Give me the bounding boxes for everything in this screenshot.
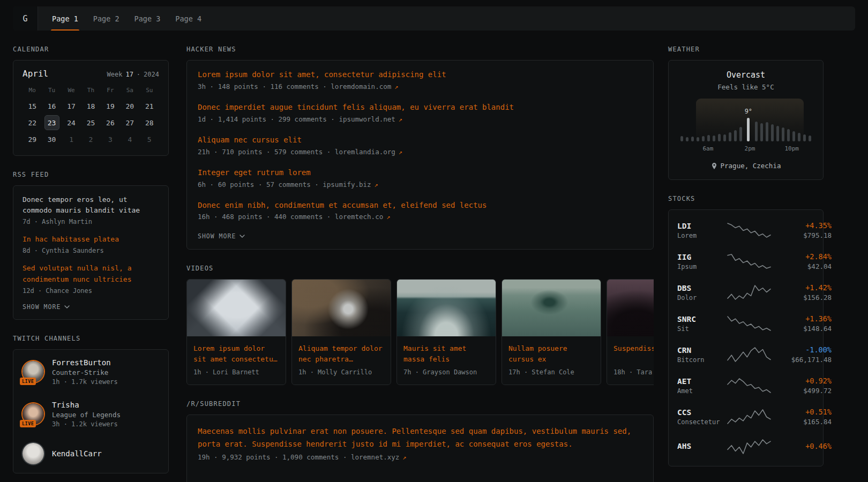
stock-row[interactable]: SNRC Sit +1.36% $148.64 xyxy=(677,308,814,339)
hn-item-title[interactable]: Lorem ipsum dolor sit amet, consectetur … xyxy=(198,70,642,80)
hn-item-meta: 16h · 468 points · 440 comments · loremt… xyxy=(198,213,642,221)
weather-feels-like: Feels like 5°C xyxy=(678,83,813,91)
page-tab[interactable]: Page 3 xyxy=(133,6,162,31)
video-card[interactable]: Suspendisse diam 18h · Tara xyxy=(607,279,654,385)
calendar-day: 20 xyxy=(122,99,137,114)
calendar-week-label: Week xyxy=(107,71,123,78)
stock-row[interactable]: AET Amet +0.92% $499.72 xyxy=(677,370,814,401)
temperature-bar xyxy=(809,135,811,141)
weather-hour-cell xyxy=(766,104,768,141)
twitch-channel-row[interactable]: KendallCarr xyxy=(23,435,159,472)
time-axis-label: 6am xyxy=(703,145,714,152)
external-link-icon[interactable]: ↗ xyxy=(375,181,378,189)
rss-section: RSS FEED Donec tempor eros leo, ut commo… xyxy=(13,171,169,320)
stock-values: +4.35% $795.18 xyxy=(772,221,832,239)
calendar-day: 19 xyxy=(103,99,118,114)
stock-change: +4.35% xyxy=(772,221,832,230)
video-title[interactable]: Nullam posuere cursus ex xyxy=(508,343,594,364)
page-tab[interactable]: Page 1 xyxy=(51,6,79,31)
external-link-icon[interactable]: ↗ xyxy=(402,454,406,461)
video-card[interactable]: Lorem ipsum dolor sit amet consectetu… 1… xyxy=(186,279,286,385)
external-link-icon[interactable]: ↗ xyxy=(399,116,402,123)
stock-change: +1.36% xyxy=(772,314,832,323)
stock-row[interactable]: CCS Consectetur +0.51% $165.84 xyxy=(677,401,814,432)
twitch-channel-row[interactable]: LIVE ForrestBurton Counter-Strike 1h · 1… xyxy=(23,351,159,393)
day-of-week-header: Sa xyxy=(126,87,133,94)
stock-sparkline xyxy=(727,284,772,300)
calendar-day: 22 xyxy=(25,115,40,130)
hn-item-title[interactable]: Aliquam nec cursus elit xyxy=(198,135,642,145)
app-logo[interactable]: G xyxy=(13,6,38,31)
rss-show-more-button[interactable]: SHOW MORE xyxy=(23,303,70,311)
stock-id: AHS xyxy=(677,442,727,452)
stock-name: Lorem xyxy=(677,232,727,239)
video-meta: 7h · Grayson Dawson xyxy=(403,368,489,376)
stocks-section: STOCKS LDI Lorem +4.35% $795.18 xyxy=(668,195,824,466)
rss-item-title[interactable]: In hac habitasse platea xyxy=(23,234,159,245)
hn-item-title[interactable]: Donec enim nibh, condimentum et accumsan… xyxy=(198,200,642,210)
calendar-day-headers: MoTuWeThFrSaSu xyxy=(23,87,159,94)
stock-row[interactable]: CRN Bitcorn -1.00% $66,171.48 xyxy=(677,339,814,370)
hn-item-title[interactable]: Donec imperdiet augue tincidunt felis al… xyxy=(198,102,642,112)
weather-hour-cell xyxy=(734,104,737,141)
video-title[interactable]: Lorem ipsum dolor sit amet consectetu… xyxy=(193,343,279,364)
video-card[interactable]: Mauris sit amet massa felis 7h · Grayson… xyxy=(396,279,496,385)
video-card-body: Nullam posuere cursus ex 17h · Stefan Co… xyxy=(502,336,601,385)
external-link-icon[interactable]: ↗ xyxy=(386,213,390,221)
video-card[interactable]: Nullam posuere cursus ex 17h · Stefan Co… xyxy=(502,279,601,385)
calendar-widget: April Week 17 · 2024 MoTuWeThFrSaSu 1516… xyxy=(13,60,169,156)
stock-row[interactable]: AHS +0.46% xyxy=(677,432,814,461)
weather-hour-cell xyxy=(760,104,763,141)
rss-item-title[interactable]: Donec tempor eros leo, ut commodo mauris… xyxy=(23,194,159,216)
hackernews-show-more-button[interactable]: SHOW MORE xyxy=(198,232,245,240)
stock-row[interactable]: IIG Ipsum +2.84% $42.04 xyxy=(677,246,814,277)
video-thumbnail xyxy=(292,280,391,336)
channel-info: ForrestBurton Counter-Strike 1h · 1.7k v… xyxy=(52,358,118,386)
calendar-day: 15 xyxy=(25,99,40,114)
stock-row[interactable]: LDI Lorem +4.35% $795.18 xyxy=(677,215,814,246)
rss-item-title[interactable]: Sed volutpat nulla nisl, a condimentum n… xyxy=(23,263,159,284)
hn-item-meta-text: 21h · 710 points · 579 comments · loreml… xyxy=(198,148,395,156)
reddit-post: Maecenas mollis pulvinar erat non posuer… xyxy=(198,425,642,461)
hn-item-meta: 6h · 60 points · 57 comments · ipsumify.… xyxy=(198,180,642,189)
video-thumbnail xyxy=(607,280,654,336)
calendar-day: 5 xyxy=(142,132,157,147)
videos-section: VIDEOS Lorem ipsum dolor sit amet consec… xyxy=(186,265,654,385)
stock-price: $66,171.48 xyxy=(772,356,832,364)
video-meta: 18h · Tara xyxy=(613,368,654,376)
stock-id: IIG Ipsum xyxy=(677,253,727,270)
stock-price: $156.28 xyxy=(772,293,832,302)
video-thumbnail xyxy=(397,280,496,336)
stock-sparkline xyxy=(727,378,772,394)
weather-hour-cell xyxy=(718,104,721,141)
video-title[interactable]: Mauris sit amet massa felis xyxy=(403,343,489,364)
reddit-post-meta-text: 19h · 9,932 points · 1,090 comments · lo… xyxy=(198,453,399,461)
reddit-post-meta: 19h · 9,932 points · 1,090 comments · lo… xyxy=(198,453,642,461)
video-card[interactable]: Aliquam tempor dolor nec pharetra… 1h · … xyxy=(291,279,391,385)
live-badge: LIVE xyxy=(20,420,36,427)
calendar-day: 28 xyxy=(142,115,157,130)
channel-name: KendallCarr xyxy=(52,449,102,458)
hn-item-title[interactable]: Integer eget rutrum lorem xyxy=(198,168,642,178)
page-tab[interactable]: Page 2 xyxy=(92,6,121,31)
external-link-icon[interactable]: ↗ xyxy=(399,148,402,156)
channel-meta: 3h · 1.2k viewers xyxy=(52,420,121,428)
hn-item-meta: 21h · 710 points · 579 comments · loreml… xyxy=(198,148,642,156)
stock-row[interactable]: DBS Dolor +1.42% $156.28 xyxy=(677,277,814,308)
calendar-section: CALENDAR April Week 17 · 2024 MoTuWeThFr… xyxy=(13,46,169,156)
video-title[interactable]: Suspendisse diam xyxy=(613,343,654,364)
section-title-subreddit: /R/SUBREDDIT xyxy=(186,400,654,408)
left-column: CALENDAR April Week 17 · 2024 MoTuWeThFr… xyxy=(13,31,169,473)
weather-section: WEATHER Overcast Feels like 5°C xyxy=(668,46,824,180)
weather-time-axis: 6am2pm10pm xyxy=(678,145,813,153)
stock-name: Dolor xyxy=(677,294,727,302)
external-link-icon[interactable]: ↗ xyxy=(394,83,398,91)
hn-item: Integer eget rutrum lorem 6h · 60 points… xyxy=(198,168,642,189)
weather-hour-cell xyxy=(680,104,683,141)
twitch-channel-row[interactable]: LIVE Trisha League of Legends 3h · 1.2k … xyxy=(23,393,159,435)
subreddit-section: /R/SUBREDDIT Maecenas mollis pulvinar er… xyxy=(186,400,654,482)
reddit-post-title[interactable]: Maecenas mollis pulvinar erat non posuer… xyxy=(198,425,642,450)
page-tab[interactable]: Page 4 xyxy=(174,6,203,31)
video-title[interactable]: Aliquam tempor dolor nec pharetra… xyxy=(298,343,384,364)
day-of-week-header: Fr xyxy=(107,87,114,94)
